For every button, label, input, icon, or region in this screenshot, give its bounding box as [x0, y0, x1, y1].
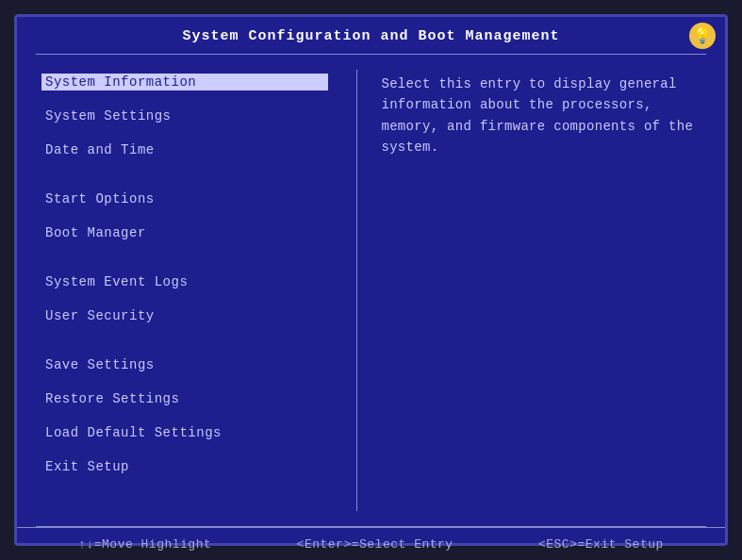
menu-item-exit-setup[interactable]: Exit Setup — [45, 458, 328, 475]
menu-panel: System InformationSystem SettingsDate an… — [17, 55, 356, 526]
menu-group-2: System Event LogsUser Security — [45, 273, 328, 341]
main-content: System InformationSystem SettingsDate an… — [17, 55, 725, 526]
menu-item-start-options[interactable]: Start Options — [45, 190, 328, 207]
footer-exit: <ESC>=Exit Setup — [538, 537, 664, 552]
screen-title: System Configuration and Boot Management — [17, 17, 725, 54]
info-panel: Select this entry to display general inf… — [357, 55, 725, 526]
menu-item-system-settings[interactable]: System Settings — [45, 107, 328, 124]
menu-group-0: System InformationSystem SettingsDate an… — [45, 74, 328, 175]
bios-screen: 💡 System Configuration and Boot Manageme… — [14, 14, 728, 546]
menu-group-3: Save SettingsRestore SettingsLoad Defaul… — [45, 356, 328, 492]
menu-item-boot-manager[interactable]: Boot Manager — [45, 224, 328, 241]
lightbulb-icon: 💡 — [689, 23, 716, 49]
info-text: Select this entry to display general inf… — [381, 76, 693, 155]
menu-item-load-default-settings[interactable]: Load Default Settings — [45, 424, 328, 441]
footer: ↑↓=Move Highlight <Enter>=Select Entry <… — [17, 527, 725, 560]
menu-item-save-settings[interactable]: Save Settings — [45, 356, 328, 373]
menu-item-restore-settings[interactable]: Restore Settings — [45, 390, 328, 407]
footer-move: ↑↓=Move Highlight — [78, 537, 211, 552]
footer-select: <Enter>=Select Entry — [297, 537, 453, 552]
menu-item-system-event-logs[interactable]: System Event Logs — [45, 273, 328, 290]
menu-item-system-information[interactable]: System Information — [41, 74, 328, 91]
menu-group-1: Start OptionsBoot Manager — [45, 190, 328, 258]
menu-item-date-and-time[interactable]: Date and Time — [45, 141, 328, 158]
menu-item-user-security[interactable]: User Security — [45, 307, 328, 324]
